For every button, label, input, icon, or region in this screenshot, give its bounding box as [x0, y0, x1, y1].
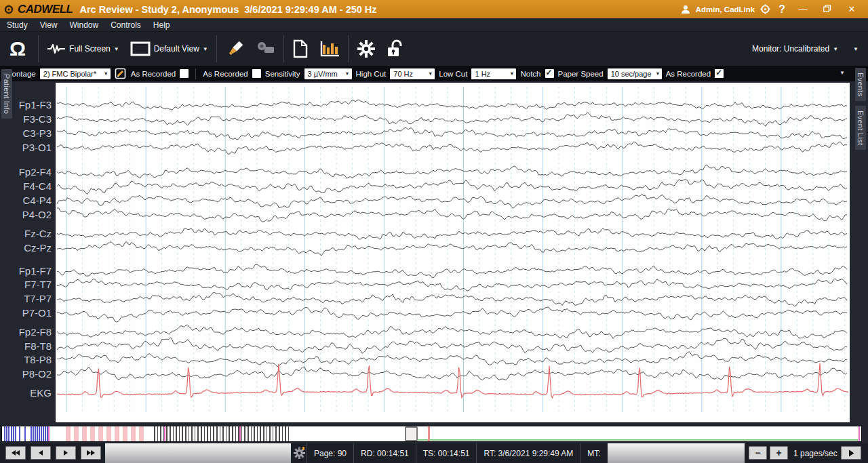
- logged-in-user[interactable]: Admin, CadLink: [696, 5, 755, 14]
- toolbar-overflow-chevron-icon[interactable]: ▼: [853, 46, 859, 52]
- channel-label: P3-O1: [22, 142, 52, 153]
- title-bar: CADWELL Arc Review - Study 2, Anonymous …: [0, 0, 868, 18]
- event-tick: [269, 426, 271, 441]
- notch-checkbox[interactable]: [545, 69, 554, 78]
- event-list-tab[interactable]: Event List: [855, 106, 866, 150]
- toolbar-separator: [38, 35, 39, 62]
- first-page-button[interactable]: [5, 446, 26, 460]
- menu-help[interactable]: Help: [153, 20, 170, 30]
- help-icon[interactable]: ?: [778, 3, 785, 16]
- close-button[interactable]: ✕: [842, 4, 861, 14]
- as-recorded-montage-checkbox[interactable]: [180, 69, 189, 78]
- event-mark-blue: [24, 426, 26, 441]
- default-view-dropdown[interactable]: Default View ▼: [125, 41, 214, 56]
- channel-label: Fp2-F4: [19, 166, 52, 178]
- events-tab[interactable]: Events: [855, 68, 866, 101]
- next-page-button[interactable]: [56, 446, 76, 460]
- speed-increase-button[interactable]: +: [770, 446, 788, 460]
- restore-button[interactable]: [818, 4, 837, 14]
- eeg-trace: [57, 179, 847, 194]
- filter-overflow-chevron-icon[interactable]: ▼: [840, 70, 845, 76]
- eeg-trace: [57, 242, 847, 256]
- menu-view[interactable]: View: [40, 20, 58, 30]
- full-screen-dropdown[interactable]: Full Screen ▼: [41, 42, 125, 56]
- settings-badge-icon[interactable]: [760, 4, 770, 14]
- waveform-icon: [47, 42, 66, 56]
- event-mark-magenta: [48, 426, 50, 441]
- menu-study[interactable]: Study: [7, 20, 28, 30]
- event-band-pink: [74, 426, 79, 441]
- settings-button[interactable]: [351, 39, 381, 58]
- filter-separator: [195, 68, 196, 79]
- event-tick: [170, 426, 171, 441]
- event-mark-blue: [19, 426, 20, 441]
- default-view-label: Default View: [154, 44, 199, 54]
- arc-review-window: CADWELL Arc Review - Study 2, Anonymous …: [0, 0, 868, 463]
- channel-label: F8-T8: [24, 340, 52, 352]
- event-mark-blue: [15, 426, 16, 441]
- channel-label: EKG: [30, 387, 52, 399]
- as-recorded-speed-label: As Recorded: [666, 70, 711, 78]
- app-icon: [4, 5, 14, 14]
- menu-window[interactable]: Window: [69, 20, 98, 30]
- event-mark-blue: [43, 426, 44, 441]
- timeline-navigator[interactable]: [1, 426, 862, 442]
- impedance-omega-icon[interactable]: Ω: [0, 37, 35, 60]
- montage-select[interactable]: 2) FMC Bipolar* ▼: [40, 68, 111, 79]
- event-mark-magenta: [239, 426, 241, 441]
- eeg-trace: [57, 338, 847, 354]
- event-mark-blue: [11, 426, 12, 441]
- status-page: Page: 90: [307, 443, 354, 463]
- status-fields: Page: 90 RD: 00:14:51 TS: 00:14:51 RT: 3…: [307, 443, 608, 463]
- chevron-down-icon: ▼: [114, 46, 119, 52]
- menu-controls[interactable]: Controls: [111, 20, 141, 30]
- event-tick: [207, 426, 208, 441]
- paper-speed-select[interactable]: 10 sec/page ▼: [608, 68, 662, 79]
- previous-page-button[interactable]: [31, 446, 51, 460]
- channel-label: Cz-Pz: [24, 242, 52, 254]
- high-cut-select[interactable]: 70 Hz ▼: [390, 68, 435, 79]
- event-tick: [232, 426, 233, 441]
- event-tick: [273, 426, 274, 441]
- eeg-trace: [57, 264, 847, 278]
- edit-montage-icon[interactable]: [115, 68, 127, 79]
- user-icon: [681, 5, 690, 14]
- event-mark-blue: [6, 426, 7, 441]
- event-tick: [285, 426, 286, 441]
- low-cut-select[interactable]: 1 Hz ▼: [471, 68, 516, 79]
- play-button[interactable]: [841, 446, 861, 460]
- channel-label: Fz-Cz: [24, 228, 52, 239]
- eeg-main-area: Patient Info Fp1-F3F3-C3C3-P3P3-O1Fp2-F4…: [0, 81, 868, 426]
- chevron-down-icon: ▼: [833, 46, 838, 52]
- event-band-pink: [98, 426, 103, 441]
- event-band-pink: [66, 426, 71, 441]
- trends-button[interactable]: [314, 39, 345, 58]
- event-tick: [279, 426, 280, 441]
- as-recorded-speed-checkbox[interactable]: [715, 69, 724, 78]
- navigator-thumb[interactable]: [405, 426, 418, 441]
- video-button[interactable]: [251, 41, 281, 56]
- highlighter-icon: [225, 39, 245, 58]
- chevron-down-icon: ▼: [506, 68, 515, 79]
- minimize-button[interactable]: —: [793, 4, 812, 14]
- event-tick: [235, 426, 237, 441]
- report-button[interactable]: [287, 39, 314, 58]
- monitor-calibration-dropdown[interactable]: Monitor: Uncalibrated ▼: [747, 44, 844, 54]
- unlock-button[interactable]: [381, 39, 410, 58]
- eeg-plot[interactable]: [56, 83, 850, 422]
- event-tick: [179, 426, 180, 441]
- last-page-button[interactable]: [81, 446, 101, 460]
- event-tick: [197, 426, 199, 441]
- as-recorded-filters-checkbox[interactable]: [252, 69, 261, 78]
- event-band-pink: [82, 426, 87, 441]
- document-icon: [292, 39, 309, 58]
- event-tick: [263, 426, 264, 441]
- sensitivity-select[interactable]: 3 µV/mm ▼: [304, 68, 352, 79]
- status-bar: Page: 90 RD: 00:14:51 TS: 00:14:51 RT: 3…: [0, 443, 868, 463]
- status-gear-icon[interactable]: [293, 447, 306, 460]
- monitor-calibration-label: Monitor: Uncalibrated: [752, 44, 829, 54]
- full-screen-label: Full Screen: [69, 44, 111, 54]
- speed-decrease-button[interactable]: −: [749, 446, 767, 460]
- channel-label: F3-C3: [23, 113, 52, 125]
- annotate-button[interactable]: [220, 39, 251, 58]
